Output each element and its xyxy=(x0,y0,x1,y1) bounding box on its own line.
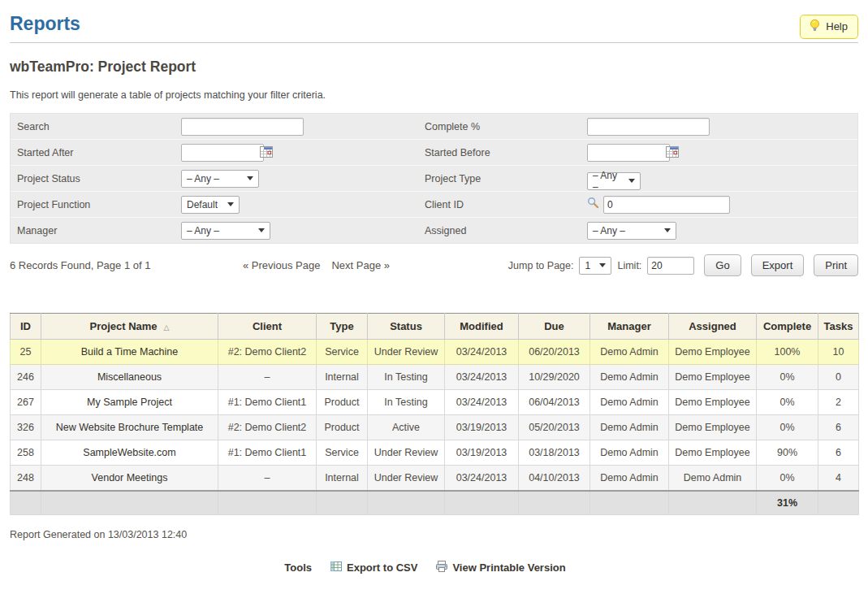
select-value: – Any – xyxy=(187,225,219,236)
table-cell: 90% xyxy=(757,440,818,466)
table-cell: SampleWebsite.com xyxy=(41,440,218,466)
table-cell: 06/20/2013 xyxy=(519,340,590,365)
table-cell: Demo Admin xyxy=(590,340,669,365)
started-after-label: Started After xyxy=(11,147,181,158)
column-header-type[interactable]: Type xyxy=(317,314,368,340)
table-cell: 4 xyxy=(818,466,859,492)
lightbulb-icon xyxy=(809,19,821,34)
table-cell: Under Review xyxy=(368,340,445,365)
table-cell: 2 xyxy=(818,390,859,415)
limit-input[interactable] xyxy=(647,257,694,275)
table-row[interactable]: 248Vendor Meetings–InternalUnder Review0… xyxy=(11,466,859,492)
column-header-assigned[interactable]: Assigned xyxy=(669,314,757,340)
table-cell: Product xyxy=(317,390,368,415)
table-row[interactable]: 267My Sample Project#1: Demo Client1Prod… xyxy=(11,390,859,415)
column-header-due[interactable]: Due xyxy=(519,314,590,340)
export-button[interactable]: Export xyxy=(751,254,805,276)
summary-cell xyxy=(368,491,445,515)
help-button[interactable]: Help xyxy=(800,15,858,39)
column-header-client[interactable]: Client xyxy=(218,314,317,340)
summary-cell xyxy=(11,491,41,515)
column-header-id[interactable]: ID xyxy=(11,314,41,340)
summary-row: 31% xyxy=(11,491,859,515)
table-row[interactable]: 326New Website Brochure Template#2: Demo… xyxy=(11,415,859,440)
table-cell: Demo Admin xyxy=(590,466,669,492)
column-header-manager[interactable]: Manager xyxy=(590,314,669,340)
page-select[interactable]: 1 xyxy=(579,257,611,275)
table-cell: 248 xyxy=(11,466,41,492)
tools-bar: Tools Export to CSV View Printab xyxy=(10,560,858,575)
project-type-select[interactable]: – Any – xyxy=(587,172,641,190)
assigned-select[interactable]: – Any – xyxy=(587,222,676,240)
table-cell: Under Review xyxy=(368,466,445,492)
table-cell: 0% xyxy=(757,390,818,415)
summary-cell xyxy=(590,491,669,515)
table-cell: Demo Admin xyxy=(590,390,669,415)
manager-label: Manager xyxy=(11,225,181,236)
printer-icon xyxy=(435,560,448,575)
project-function-select[interactable]: Default xyxy=(181,196,240,214)
table-cell: 05/20/2013 xyxy=(519,415,590,440)
limit-label: Limit: xyxy=(617,260,641,271)
project-status-select[interactable]: – Any – xyxy=(181,170,259,188)
client-id-input[interactable] xyxy=(603,196,730,214)
search-icon[interactable] xyxy=(587,197,599,212)
table-cell: 03/24/2013 xyxy=(445,390,519,415)
table-cell: Active xyxy=(368,415,445,440)
table-row[interactable]: 258SampleWebsite.com#1: Demo Client1Serv… xyxy=(11,440,859,466)
table-cell: 06/04/2013 xyxy=(519,390,590,415)
column-header-modified[interactable]: Modified xyxy=(445,314,519,340)
project-status-label: Project Status xyxy=(11,173,181,184)
table-cell: In Testing xyxy=(368,365,445,390)
printable-version-label: View Printable Version xyxy=(452,561,565,574)
printable-version-link[interactable]: View Printable Version xyxy=(435,560,565,575)
export-csv-link[interactable]: Export to CSV xyxy=(330,560,417,575)
calendar-icon[interactable] xyxy=(260,145,274,162)
spreadsheet-icon xyxy=(330,560,343,575)
pagination-bar: 6 Records Found, Page 1 of 1 « Previous … xyxy=(10,254,858,277)
chevron-down-icon xyxy=(227,202,234,206)
header-divider xyxy=(10,42,858,43)
select-value: – Any – xyxy=(593,225,625,236)
table-cell: 10 xyxy=(818,340,859,365)
summary-cell xyxy=(669,491,757,515)
column-header-project-name[interactable]: Project Name△ xyxy=(41,314,218,340)
calendar-icon[interactable] xyxy=(666,145,680,162)
print-button[interactable]: Print xyxy=(814,254,858,276)
table-cell: #1: Demo Client1 xyxy=(218,440,317,466)
manager-select[interactable]: – Any – xyxy=(181,222,270,240)
table-cell: 0% xyxy=(757,415,818,440)
select-value: – Any – xyxy=(187,173,219,184)
table-cell: 246 xyxy=(11,365,41,390)
column-header-complete[interactable]: Complete xyxy=(757,314,818,340)
project-type-label: Project Type xyxy=(418,173,587,184)
table-row[interactable]: 25Build a Time Machine#2: Demo Client2Se… xyxy=(11,340,859,365)
summary-cell xyxy=(818,491,859,515)
table-cell: 03/24/2013 xyxy=(445,365,519,390)
table-row[interactable]: 246Miscellaneous–InternalIn Testing03/24… xyxy=(11,365,859,390)
table-cell: – xyxy=(218,365,317,390)
go-button[interactable]: Go xyxy=(704,254,741,276)
filters-panel: Search Complete % Started After Started … xyxy=(10,113,858,244)
started-before-input[interactable] xyxy=(587,144,670,162)
sort-ascending-icon: △ xyxy=(164,323,170,332)
client-id-label: Client ID xyxy=(418,199,587,210)
table-cell: My Sample Project xyxy=(41,390,218,415)
started-before-label: Started Before xyxy=(418,147,587,158)
column-header-status[interactable]: Status xyxy=(368,314,445,340)
next-page-link[interactable]: Next Page » xyxy=(331,259,390,271)
table-cell: 0% xyxy=(757,466,818,492)
table-cell: In Testing xyxy=(368,390,445,415)
table-cell: New Website Brochure Template xyxy=(41,415,218,440)
tools-label: Tools xyxy=(284,561,312,574)
search-input[interactable] xyxy=(181,118,304,136)
table-cell: Demo Admin xyxy=(669,466,757,492)
table-header-row: ID Project Name△ Client Type Status Modi… xyxy=(11,314,859,340)
filter-row: Started After Started Before xyxy=(11,140,857,166)
previous-page-link[interactable]: « Previous Page xyxy=(243,259,320,271)
table-cell: Internal xyxy=(317,365,368,390)
column-header-tasks[interactable]: Tasks xyxy=(818,314,859,340)
complete-pct-input[interactable] xyxy=(587,118,710,136)
started-after-input[interactable] xyxy=(181,144,264,162)
select-value: – Any – xyxy=(593,170,622,193)
